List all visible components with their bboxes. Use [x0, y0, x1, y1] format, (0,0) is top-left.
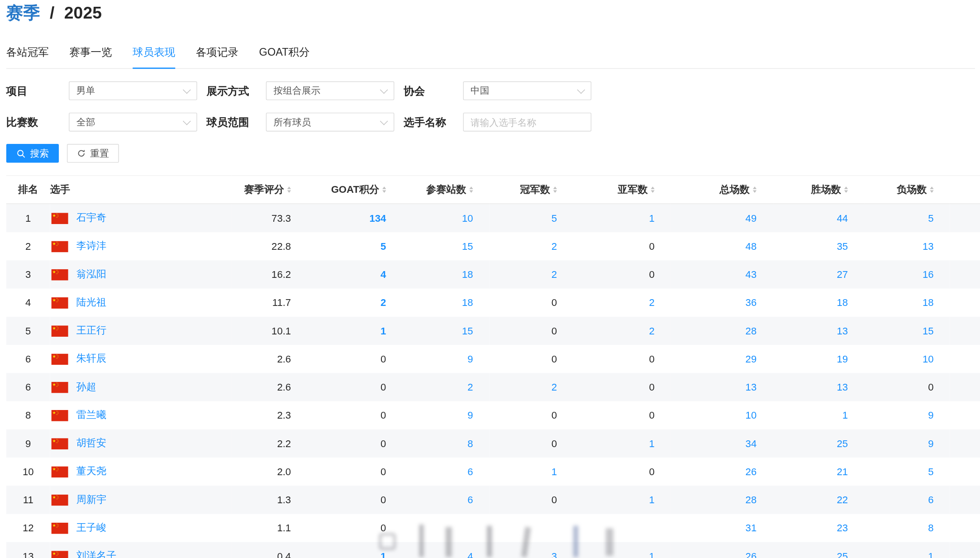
wins-link[interactable]: 19 — [837, 353, 848, 364]
stations-link[interactable]: 9 — [467, 353, 473, 364]
total-link[interactable]: 48 — [746, 241, 757, 252]
losses-link[interactable]: 15 — [923, 325, 934, 336]
sort-icons[interactable] — [651, 186, 654, 193]
search-button[interactable]: 搜索 — [6, 144, 59, 162]
player-name-link[interactable]: 王正行 — [76, 324, 106, 337]
sort-icons[interactable] — [753, 186, 756, 193]
player-name-input[interactable] — [463, 113, 592, 131]
losses-link[interactable]: 6 — [928, 494, 933, 505]
wins-link[interactable]: 22 — [837, 494, 848, 505]
breadcrumb-season-link[interactable]: 赛季 — [6, 4, 40, 22]
champions-link[interactable]: 2 — [552, 241, 557, 252]
goat-link[interactable]: 1 — [381, 550, 386, 558]
player-range-select[interactable]: 所有球员 — [266, 113, 395, 131]
losses-link[interactable]: 8 — [928, 522, 933, 533]
goat-link[interactable]: 134 — [369, 213, 386, 224]
sort-icons[interactable] — [930, 186, 933, 193]
goat-link[interactable]: 2 — [381, 297, 386, 308]
wins-link[interactable]: 21 — [837, 466, 848, 477]
wins-link[interactable]: 13 — [837, 382, 848, 392]
stations-link[interactable]: 15 — [462, 325, 473, 336]
total-link[interactable]: 29 — [746, 353, 757, 364]
champions-link[interactable]: 5 — [552, 213, 557, 224]
total-link[interactable]: 13 — [746, 382, 757, 392]
wins-link[interactable]: 13 — [837, 325, 848, 336]
runners_up-link[interactable]: 1 — [649, 438, 654, 449]
total-link[interactable]: 36 — [746, 297, 757, 308]
stations-link[interactable]: 4 — [467, 550, 473, 558]
total-link[interactable]: 26 — [746, 550, 757, 558]
player-name-link[interactable]: 王子峻 — [76, 521, 106, 534]
goat-link[interactable]: 1 — [381, 325, 386, 336]
stations-link[interactable]: 2 — [467, 382, 473, 392]
wins-link[interactable]: 44 — [837, 213, 848, 224]
wins-link[interactable]: 25 — [837, 438, 848, 449]
player-name-link[interactable]: 翁泓阳 — [76, 268, 106, 281]
stations-link[interactable]: 15 — [462, 241, 473, 252]
column-header-3[interactable]: 赛季评分 — [232, 176, 307, 204]
total-link[interactable]: 28 — [746, 494, 757, 505]
player-name-link[interactable]: 李诗沣 — [76, 240, 106, 253]
player-name-link[interactable]: 陆光祖 — [76, 296, 106, 309]
total-link[interactable]: 28 — [746, 325, 757, 336]
player-name-link[interactable]: 雷兰曦 — [76, 409, 106, 422]
goat-link[interactable]: 4 — [381, 269, 386, 280]
column-header-6[interactable]: 冠军数 — [490, 176, 573, 204]
column-header-8[interactable]: 总场数 — [671, 176, 773, 204]
stations-link[interactable]: 6 — [467, 494, 473, 505]
column-header-5[interactable]: 参赛站数 — [402, 176, 489, 204]
stations-link[interactable]: 9 — [467, 410, 473, 420]
stations-link[interactable]: 18 — [462, 269, 473, 280]
wins-link[interactable]: 25 — [837, 550, 848, 558]
wins-link[interactable]: 18 — [837, 297, 848, 308]
losses-link[interactable]: 18 — [923, 297, 934, 308]
sort-icons[interactable] — [287, 186, 291, 193]
player-name-link[interactable]: 孙超 — [76, 381, 96, 394]
total-link[interactable]: 43 — [746, 269, 757, 280]
tab-event-list[interactable]: 赛事一览 — [70, 43, 112, 68]
wins-link[interactable]: 35 — [837, 241, 848, 252]
tab-station-champions[interactable]: 各站冠军 — [6, 43, 49, 68]
stations-link[interactable]: 6 — [467, 466, 473, 477]
losses-link[interactable]: 1 — [928, 550, 933, 558]
losses-link[interactable]: 13 — [923, 241, 934, 252]
runners_up-link[interactable]: 1 — [649, 550, 654, 558]
player-name-link[interactable]: 胡哲安 — [76, 437, 106, 450]
column-header-4[interactable]: GOAT积分 — [307, 176, 402, 204]
display-mode-select[interactable]: 按组合展示 — [266, 81, 395, 100]
total-link[interactable]: 26 — [746, 466, 757, 477]
stations-link[interactable]: 18 — [462, 297, 473, 308]
sort-icons[interactable] — [844, 186, 848, 193]
reset-button[interactable]: 重置 — [67, 144, 119, 162]
event-select[interactable]: 男单 — [69, 81, 197, 100]
champions-link[interactable]: 3 — [552, 550, 557, 558]
tab-goat-points[interactable]: GOAT积分 — [259, 43, 310, 68]
sort-icons[interactable] — [469, 186, 473, 193]
runners_up-link[interactable]: 1 — [649, 213, 654, 224]
runners_up-link[interactable]: 2 — [649, 325, 654, 336]
player-name-link[interactable]: 周新宇 — [76, 493, 106, 506]
losses-link[interactable]: 5 — [928, 466, 933, 477]
runners_up-link[interactable]: 2 — [649, 297, 654, 308]
champions-link[interactable]: 2 — [552, 269, 557, 280]
losses-link[interactable]: 9 — [928, 438, 933, 449]
champions-link[interactable]: 2 — [552, 382, 557, 392]
wins-link[interactable]: 1 — [842, 410, 848, 420]
champions-link[interactable]: 1 — [552, 466, 557, 477]
column-header-10[interactable]: 负场数 — [864, 176, 950, 204]
wins-link[interactable]: 23 — [837, 522, 848, 533]
goat-link[interactable]: 5 — [381, 241, 386, 252]
total-link[interactable]: 49 — [746, 213, 757, 224]
total-link[interactable]: 34 — [746, 438, 757, 449]
total-link[interactable]: 31 — [746, 522, 757, 533]
column-header-9[interactable]: 胜场数 — [773, 176, 864, 204]
losses-link[interactable]: 10 — [923, 353, 934, 364]
sort-icons[interactable] — [553, 186, 557, 193]
tab-records[interactable]: 各项记录 — [196, 43, 238, 68]
runners_up-link[interactable]: 1 — [649, 494, 654, 505]
player-name-link[interactable]: 石宇奇 — [76, 212, 106, 225]
column-header-7[interactable]: 亚军数 — [573, 176, 671, 204]
player-name-link[interactable]: 刘洋名子 — [76, 549, 117, 558]
stations-link[interactable]: 10 — [462, 213, 473, 224]
stations-link[interactable]: 8 — [467, 438, 473, 449]
